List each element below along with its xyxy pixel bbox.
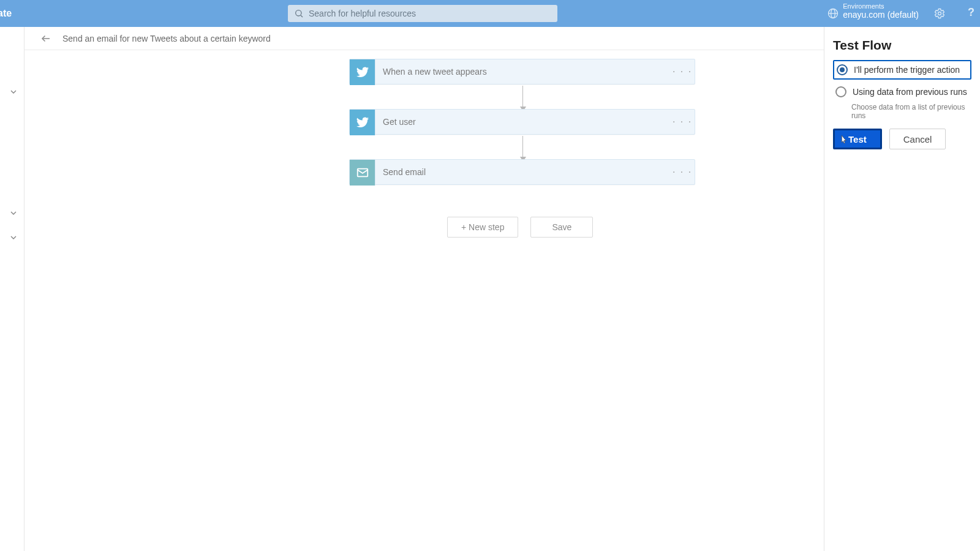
test-option-label: I'll perform the trigger action	[854, 65, 960, 75]
panel-title: Test Flow	[833, 38, 971, 53]
settings-icon[interactable]	[933, 7, 946, 20]
cancel-button[interactable]: Cancel	[889, 129, 946, 149]
svg-point-0	[296, 10, 301, 16]
test-option-label: Using data from previous runs	[853, 87, 967, 97]
test-button-label: Test	[848, 134, 867, 144]
environment-label: Environments	[843, 2, 919, 10]
mail-icon	[350, 160, 375, 186]
save-button[interactable]: Save	[530, 217, 593, 238]
test-option-previous[interactable]: Using data from previous runs	[833, 83, 971, 100]
twitter-icon	[350, 110, 375, 135]
test-button[interactable]: Test	[833, 129, 882, 149]
search-icon	[294, 9, 304, 18]
radio-selected-icon	[837, 64, 848, 75]
radio-unselected-icon	[835, 86, 846, 97]
test-flow-panel: Test Flow I'll perform the trigger actio…	[824, 27, 980, 551]
step-menu-icon[interactable]: · · ·	[670, 110, 695, 134]
search-box[interactable]	[288, 5, 557, 22]
svg-line-1	[301, 15, 303, 17]
chevron-down-icon[interactable]	[9, 87, 21, 99]
flow-step-action[interactable]: Send email · · ·	[349, 159, 695, 185]
search-input[interactable]	[309, 9, 551, 18]
step-menu-icon[interactable]: · · ·	[670, 160, 695, 184]
app-name-fragment: ate	[0, 0, 12, 27]
new-step-button[interactable]: + New step	[447, 217, 518, 238]
flow-step-label: Send email	[375, 160, 670, 184]
svg-point-5	[938, 12, 941, 15]
twitter-icon	[350, 59, 375, 85]
test-option-hint: Choose data from a list of previous runs	[851, 103, 971, 120]
flow-step-label: When a new tweet appears	[375, 59, 670, 84]
flow-name: Send an email for new Tweets about a cer…	[62, 34, 271, 43]
flow-arrow	[522, 136, 523, 160]
flow-step-label: Get user	[375, 110, 670, 134]
test-option-manual[interactable]: I'll perform the trigger action	[833, 60, 971, 80]
flow-arrow	[522, 86, 523, 110]
panel-button-row: Test Cancel	[833, 129, 971, 149]
flow-step-trigger[interactable]: When a new tweet appears · · ·	[349, 59, 695, 84]
environment-icon[interactable]	[827, 7, 839, 20]
canvas-button-row: + New step Save	[447, 217, 593, 238]
chevron-down-icon[interactable]	[9, 233, 21, 245]
chevron-down-icon[interactable]	[9, 208, 21, 220]
environment-value: enayu.com (default)	[843, 10, 919, 20]
step-menu-icon[interactable]: · · ·	[670, 59, 695, 84]
environment-picker[interactable]: Environments enayu.com (default)	[843, 2, 919, 20]
left-rail	[0, 27, 24, 551]
back-arrow-icon[interactable]	[40, 33, 51, 44]
flow-step-action[interactable]: Get user · · ·	[349, 109, 695, 135]
help-icon[interactable]: ?	[968, 6, 976, 21]
top-bar: ate Environments enayu.com (default) ?	[0, 0, 980, 27]
